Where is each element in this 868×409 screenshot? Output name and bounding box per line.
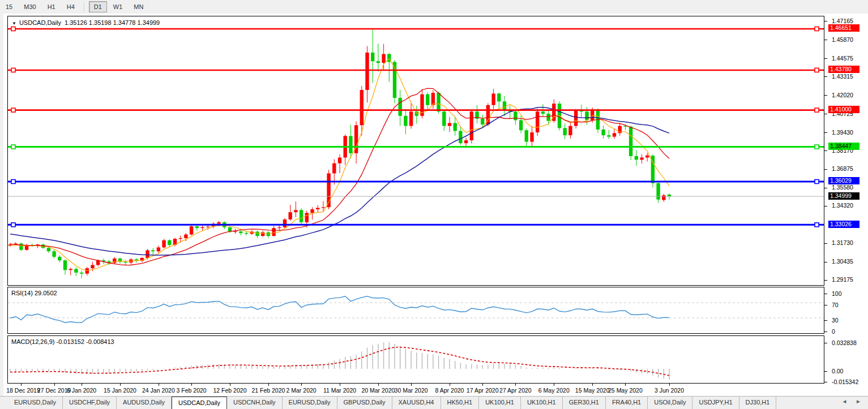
date-tick — [340, 384, 340, 386]
date-tick — [54, 384, 55, 386]
ohlc-quote: 1.35126 1.35198 1.34778 1.34999 — [65, 19, 160, 26]
date-label: 25 May 2020 — [608, 387, 643, 394]
timeframe-button-d1[interactable]: D1 — [89, 1, 107, 12]
chart-tab-eurusd[interactable]: EURUSD,Daily — [8, 397, 63, 409]
horizontal-level-line[interactable] — [8, 223, 824, 227]
price-tick-label: 1.35580 — [832, 184, 853, 191]
price-tick — [824, 206, 827, 206]
price-tick-label: 1.42020 — [832, 92, 853, 98]
chart-tab-audusd[interactable]: AUDUSD,Daily — [117, 397, 172, 409]
chart-workspace: ▼USDCAD,Daily 1.35126 1.35198 1.34778 1.… — [0, 14, 868, 396]
date-label: 27 Dec 2019 — [37, 387, 71, 394]
chart-tab-usdjpy[interactable]: USDJPY,H1 — [692, 397, 739, 409]
chart-tab-usdcnh[interactable]: USDCNH,Daily — [227, 397, 283, 409]
chart-tab-ger30[interactable]: GER30,H1 — [563, 397, 606, 409]
date-tick — [625, 384, 626, 386]
macd-indicator-label: MACD(12,26,9) -0.013152 -0.008413 — [11, 338, 114, 345]
chart-tab-hk50[interactable]: HK50,H1 — [441, 397, 480, 409]
timeframe-button-w1[interactable]: W1 — [108, 1, 128, 12]
price-tick-label: 1.45870 — [832, 36, 853, 43]
timeframe-button-mn[interactable]: MN — [129, 1, 148, 12]
price-tick — [824, 280, 827, 281]
macd-tick — [824, 382, 827, 382]
price-axis[interactable]: 1.471651.458701.445751.433151.420201.407… — [824, 16, 868, 396]
rsi-panel[interactable]: RSI(14) 29.0502 — [7, 287, 824, 334]
horizontal-level-line[interactable] — [8, 145, 824, 149]
macd-canvas[interactable] — [8, 336, 824, 383]
price-tick — [824, 262, 827, 262]
rsi-tick-label: 100 — [832, 290, 842, 297]
timeframe-button-h4[interactable]: H4 — [62, 1, 80, 12]
toolbar-separator — [84, 2, 85, 12]
macd-histogram — [10, 342, 669, 380]
price-tick — [824, 150, 827, 151]
macd-tick — [824, 371, 827, 372]
tab-scroll-arrows[interactable]: ◄ ► — [841, 398, 865, 404]
rsi-tick — [824, 294, 827, 294]
date-label: 21 Feb 2020 — [251, 387, 285, 394]
date-label: 15 May 2020 — [575, 387, 610, 394]
date-label: 8 Apr 2020 — [435, 387, 464, 394]
date-label: 24 Jan 2020 — [142, 387, 175, 394]
chart-tab-uk100[interactable]: UK100,H1 — [521, 397, 563, 409]
price-tick — [824, 95, 827, 96]
price-chart-canvas[interactable] — [8, 16, 824, 285]
price-tick-label: 1.30435 — [832, 258, 853, 265]
chart-tab-bar: EURUSD,DailyUSDCHF,DailyAUDUSD,DailyUSDC… — [0, 396, 868, 409]
macd-tick-label: 0.00 — [832, 368, 843, 374]
date-label: 27 Apr 2020 — [499, 387, 532, 394]
level-price-label: 1.43780 — [828, 66, 860, 73]
date-label: 3 Feb 2020 — [177, 387, 207, 394]
rsi-tick — [824, 331, 827, 332]
chart-tab-eurusd[interactable]: EURUSD,Daily — [283, 397, 337, 409]
rsi-indicator-label: RSI(14) 29.0502 — [11, 290, 57, 296]
date-tick — [268, 384, 269, 386]
chart-tab-usdcad[interactable]: USDCAD,Daily — [172, 397, 227, 409]
macd-panel[interactable]: MACD(12,26,9) -0.013152 -0.008413 — [7, 335, 824, 384]
chart-tab-xauusd[interactable]: XAUUSD,H4 — [392, 397, 441, 409]
price-tick-label: 1.31730 — [832, 239, 853, 246]
date-tick — [230, 384, 230, 386]
chart-tab-fra40[interactable]: FRA40,H1 — [606, 397, 648, 409]
chevron-down-icon[interactable]: ▼ — [12, 21, 16, 26]
horizontal-level-line[interactable] — [8, 68, 824, 72]
chart-tab-gbpusd[interactable]: GBPUSD,Daily — [337, 397, 392, 409]
level-price-label: 1.36029 — [828, 177, 860, 184]
rsi-line — [10, 296, 669, 323]
date-label: 3 Jun 2020 — [655, 387, 684, 394]
date-tick — [191, 384, 192, 386]
date-label: 11 Mar 2020 — [323, 387, 356, 394]
chart-tab-uk100[interactable]: UK100,H1 — [479, 397, 521, 409]
date-label: 17 Apr 2020 — [467, 387, 499, 394]
date-label: 6 May 2020 — [538, 387, 570, 394]
price-tick-label: 1.34320 — [832, 202, 853, 209]
price-tick-label: 1.43315 — [832, 73, 853, 80]
horizontal-level-line[interactable] — [8, 27, 824, 31]
date-tick — [82, 384, 82, 386]
horizontal-level-line[interactable] — [8, 179, 824, 183]
chart-tab-usdchf[interactable]: USDCHF,Daily — [63, 397, 117, 409]
candles-layer — [8, 28, 671, 278]
price-tick — [824, 76, 827, 77]
date-tick — [378, 384, 379, 386]
date-label: 18 Dec 2019 — [6, 387, 40, 394]
price-tick-label: 1.47165 — [832, 18, 853, 24]
date-label: 30 Mar 2020 — [395, 387, 428, 394]
symbol-label: USDCAD,Daily — [19, 19, 61, 26]
price-tick-label: 1.39430 — [832, 129, 853, 136]
rsi-canvas[interactable] — [8, 287, 824, 333]
chart-tab-usoil[interactable]: USOil,Daily — [648, 397, 692, 409]
timeframe-button-h1[interactable]: H1 — [42, 1, 61, 12]
rsi-tick — [824, 305, 827, 305]
price-tick — [824, 169, 827, 170]
timeframe-button-15[interactable]: 15 — [1, 1, 18, 12]
level-price-label: 1.33026 — [828, 221, 860, 228]
chart-tab-dj30[interactable]: DJ30,H1 — [739, 397, 777, 409]
level-price-label: 1.38447 — [828, 143, 860, 150]
timeframe-button-m30[interactable]: M30 — [19, 1, 41, 12]
main-chart-panel[interactable]: ▼USDCAD,Daily 1.35126 1.35198 1.34778 1.… — [7, 16, 824, 286]
date-label: 15 Jan 2020 — [104, 387, 136, 394]
date-tick — [554, 384, 554, 386]
date-axis[interactable]: 18 Dec 201927 Dec 20196 Jan 202015 Jan 2… — [7, 384, 824, 396]
date-tick — [159, 384, 159, 386]
